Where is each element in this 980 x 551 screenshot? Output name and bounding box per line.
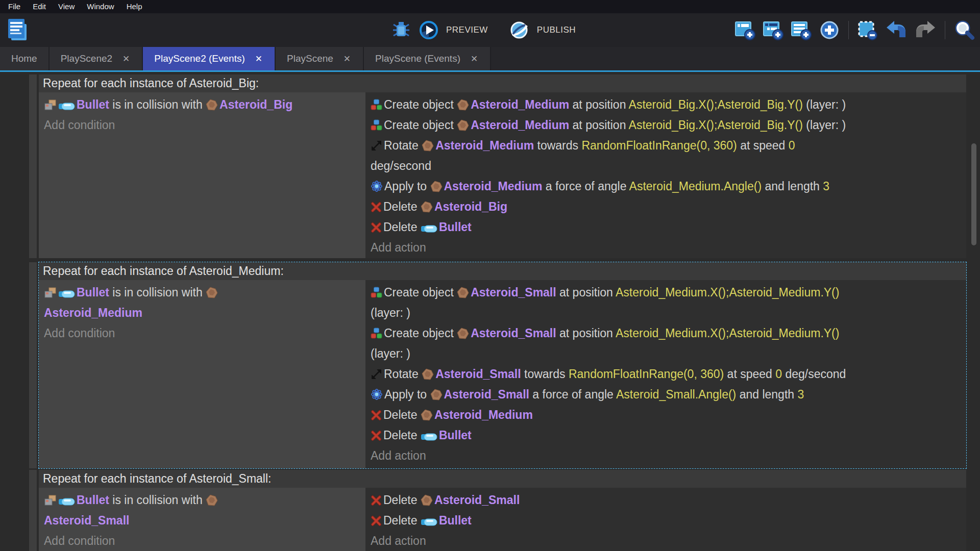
object-name: Asteroid_Medium (435, 139, 534, 152)
tab-close-icon[interactable]: ✕ (342, 54, 352, 64)
event-action-row[interactable]: Delete Asteroid_Big (371, 196, 966, 217)
add-action-button[interactable]: Add action (371, 237, 966, 258)
events-sheet[interactable]: Repeat for each instance of Asteroid_Big… (0, 72, 980, 551)
event-action-row[interactable]: Rotate Asteroid_Small towards RandomFloa… (371, 364, 966, 384)
event-action-row[interactable]: Create object Asteroid_Small at position… (371, 282, 966, 303)
event-action-row[interactable]: Apply to Asteroid_Small a force of angle… (371, 384, 966, 405)
event-action-row[interactable]: Delete Bullet (371, 217, 966, 237)
bullet-object-icon (58, 493, 77, 507)
instruction-text: at speed (724, 367, 775, 381)
tab-close-icon[interactable]: ✕ (470, 54, 479, 64)
instruction-text: Rotate (384, 367, 422, 381)
add-circle-icon[interactable] (819, 19, 840, 41)
preview-play-icon[interactable] (419, 20, 439, 40)
event-action-row[interactable]: Delete Bullet (371, 510, 966, 531)
object-name: Asteroid_Medium (471, 118, 569, 132)
event-block-1[interactable]: Repeat for each instance of Asteroid_Big… (39, 74, 966, 258)
delete-icon (371, 429, 383, 442)
instruction-text: Apply to (384, 388, 430, 401)
add-event-icon[interactable] (734, 19, 756, 41)
conditions-panel[interactable]: Bullet is in collision with Asteroid_Med… (39, 280, 365, 468)
event-header[interactable]: Repeat for each instance of Asteroid_Big… (39, 74, 966, 92)
asteroid-icon (206, 98, 219, 111)
instruction-text: Add condition (44, 118, 115, 132)
asteroid-icon (457, 286, 471, 299)
publish-button-label[interactable]: PUBLISH (537, 25, 576, 35)
event-action-row[interactable]: Apply to Asteroid_Medium a force of angl… (371, 176, 966, 196)
menu-item-help[interactable]: Help (120, 0, 149, 13)
tab-close-icon[interactable]: ✕ (254, 54, 263, 64)
instruction-text: Delete (383, 220, 421, 234)
tab-close-icon[interactable]: ✕ (121, 54, 131, 64)
search-icon[interactable] (953, 19, 975, 41)
preview-button-label[interactable]: PREVIEW (446, 25, 488, 35)
tab-playscene2-events-[interactable]: PlayScene2 (Events)✕ (143, 47, 276, 70)
bullet-object-icon (58, 98, 77, 111)
undo-icon[interactable] (885, 20, 908, 40)
event-condition-row[interactable]: Bullet is in collision with Asteroid_Big (44, 94, 360, 115)
conditions-panel[interactable]: Bullet is in collision with Asteroid_Sma… (39, 488, 365, 551)
asteroid-icon (206, 493, 219, 507)
conditions-panel[interactable]: Bullet is in collision with Asteroid_Big… (39, 92, 365, 258)
actions-panel[interactable]: Create object Asteroid_Medium at positio… (365, 92, 966, 258)
event-action-row[interactable]: Delete Asteroid_Small (371, 490, 966, 510)
instruction-text: Create object (384, 286, 457, 299)
force-icon (371, 388, 384, 401)
add-condition-button[interactable]: Add condition (44, 115, 360, 135)
event-header[interactable]: Repeat for each instance of Asteroid_Med… (39, 262, 966, 280)
event-action-row[interactable]: (layer: ) (371, 303, 966, 323)
instruction-text: Add action (371, 449, 426, 462)
menu-item-file[interactable]: File (2, 0, 27, 13)
event-header[interactable]: Repeat for each instance of Asteroid_Sma… (39, 470, 966, 488)
actions-panel[interactable]: Delete Asteroid_SmallDelete BulletAdd ac… (365, 488, 966, 551)
event-condition-row[interactable]: Asteroid_Medium (44, 303, 360, 323)
tab-playscene[interactable]: PlayScene✕ (276, 47, 364, 70)
object-name: Asteroid_Small (44, 514, 129, 527)
select-instruction-icon[interactable] (857, 19, 878, 41)
event-drag-handle[interactable] (29, 470, 37, 551)
event-action-row[interactable]: Delete Bullet (371, 425, 966, 445)
menu-item-view[interactable]: View (52, 0, 81, 13)
event-condition-row[interactable]: Bullet is in collision with (44, 490, 360, 510)
event-action-row[interactable]: Delete Asteroid_Medium (371, 405, 966, 425)
event-drag-handle[interactable] (29, 262, 37, 468)
publish-planet-icon[interactable] (508, 19, 530, 41)
event-condition-row[interactable]: Asteroid_Small (44, 510, 360, 531)
redo-icon[interactable] (914, 20, 937, 40)
event-block-2[interactable]: Repeat for each instance of Asteroid_Med… (39, 262, 966, 468)
asteroid-icon (457, 98, 471, 111)
event-action-row[interactable]: Create object Asteroid_Small at position… (371, 323, 966, 343)
vertical-scrollbar[interactable] (971, 143, 976, 245)
expression-text: RandomFloatInRange(0, 360) (581, 139, 737, 152)
event-block-3[interactable]: Repeat for each instance of Asteroid_Sma… (39, 470, 966, 551)
instruction-text: at position (569, 118, 628, 132)
event-action-row[interactable]: Rotate Asteroid_Medium towards RandomFlo… (371, 135, 966, 156)
add-condition-button[interactable]: Add condition (44, 531, 360, 551)
menu-item-window[interactable]: Window (81, 0, 120, 13)
event-condition-row[interactable]: Bullet is in collision with (44, 282, 360, 303)
event-action-row[interactable]: deg/second (371, 156, 966, 176)
object-name: Asteroid_Big (434, 200, 507, 213)
add-condition-button[interactable]: Add condition (44, 323, 360, 343)
create-object-icon (371, 327, 384, 340)
debug-icon[interactable] (391, 20, 411, 40)
event-action-row[interactable]: (layer: ) (371, 343, 966, 364)
tab-playscene2[interactable]: PlayScene2✕ (50, 47, 143, 70)
tab-home[interactable]: Home (0, 47, 50, 70)
tab-playscene-events-[interactable]: PlayScene (Events)✕ (364, 47, 491, 70)
bullet-object-icon (421, 514, 439, 527)
event-drag-handle[interactable] (29, 74, 37, 258)
add-action-button[interactable]: Add action (371, 445, 966, 466)
tab-label: PlayScene2 (61, 53, 112, 64)
add-action-button[interactable]: Add action (371, 531, 966, 551)
add-subevent-icon[interactable] (763, 19, 784, 41)
asteroid-icon (457, 118, 471, 132)
event-action-row[interactable]: Create object Asteroid_Medium at positio… (371, 94, 966, 115)
instruction-text: (layer: ) (371, 306, 410, 319)
add-comment-icon[interactable] (791, 19, 812, 41)
event-action-row[interactable]: Create object Asteroid_Medium at positio… (371, 115, 966, 135)
menu-item-edit[interactable]: Edit (27, 0, 52, 13)
actions-panel[interactable]: Create object Asteroid_Small at position… (365, 280, 966, 468)
instruction-text: towards (521, 367, 569, 381)
object-name: Bullet (77, 493, 109, 507)
